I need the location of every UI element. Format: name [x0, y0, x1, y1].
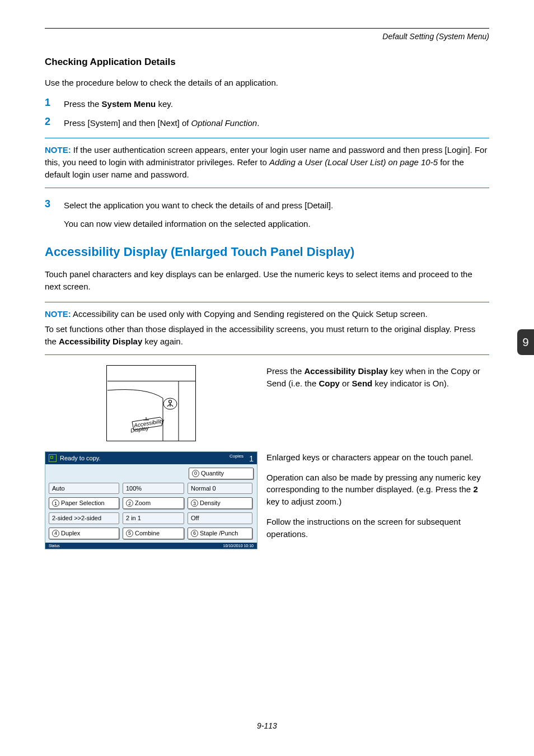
svg-rect-0 — [107, 381, 196, 381]
copy-icon — [49, 454, 57, 462]
quantity-button[interactable]: 0Quantity — [189, 468, 254, 479]
copies-label: Copies — [229, 454, 243, 459]
note-block-2: NOTE: Accessibility can be used only wit… — [45, 302, 489, 355]
step-number: 2 — [45, 116, 64, 129]
section-heading-checking: Checking Application Details — [45, 57, 489, 68]
accessibility-key-illustration: Accessibility Display — [106, 365, 196, 441]
paper-selection-button[interactable]: 1Paper Selection — [49, 497, 119, 509]
section-heading-accessibility: Accessibility Display (Enlarged Touch Pa… — [45, 245, 489, 259]
step-number: 1 — [45, 97, 64, 110]
panel-header: Ready to copy. Copies 1 — [45, 452, 257, 464]
right-text-1: Press the Accessibility Display key when… — [257, 365, 489, 441]
step-number: 3 — [45, 198, 64, 231]
page-number: 9-113 — [0, 721, 534, 730]
panel-title: Ready to copy. — [60, 455, 101, 461]
paper-value: Auto — [49, 483, 119, 494]
illustration-row: Accessibility Display Press the Accessib… — [45, 365, 489, 441]
running-head: Default Setting (System Menu) — [45, 32, 489, 41]
step-2: 2 Press [System] and then [Next] of Opti… — [45, 116, 489, 129]
intro-text: Use the procedure below to check the det… — [45, 77, 489, 89]
density-value: Normal 0 — [188, 483, 252, 494]
note-label: NOTE: — [45, 145, 71, 155]
step-3: 3 Select the application you want to che… — [45, 198, 489, 231]
right-text-4: Follow the instructions on the screen fo… — [266, 516, 489, 540]
right-text-2: Enlarged keys or characters appear on th… — [266, 451, 489, 464]
status-datetime: 10/10/2010 10:10 — [223, 544, 254, 548]
density-button[interactable]: 3Density — [188, 497, 252, 509]
combine-value: 2 in 1 — [123, 512, 184, 524]
chapter-tab: 9 — [517, 329, 534, 355]
step-1: 1 Press the System Menu key. — [45, 97, 489, 110]
touch-panel: Ready to copy. Copies 1 0Quantity Auto 1… — [45, 451, 257, 549]
panel-row: Ready to copy. Copies 1 0Quantity Auto 1… — [45, 451, 489, 549]
staple-value: Off — [188, 512, 252, 524]
status-label: Status — [49, 544, 60, 548]
right-text-3: Operation can also be made by pressing a… — [266, 472, 489, 508]
staple-punch-button[interactable]: 6Staple /Punch — [188, 528, 252, 539]
duplex-button[interactable]: 4Duplex — [49, 528, 119, 539]
intro-text: Touch panel characters and key displays … — [45, 268, 489, 293]
combine-button[interactable]: 5Combine — [123, 528, 184, 539]
panel-status-bar: Status 10/10/2010 10:10 — [45, 543, 257, 549]
note-label: NOTE: — [45, 309, 71, 319]
duplex-value: 2-sided >>2-sided — [49, 512, 119, 524]
zoom-button[interactable]: 2Zoom — [123, 497, 184, 509]
copies-count: 1 — [249, 454, 254, 463]
note-block-1: NOTE: If the user authentication screen … — [45, 138, 489, 188]
zoom-value: 100% — [123, 483, 184, 494]
